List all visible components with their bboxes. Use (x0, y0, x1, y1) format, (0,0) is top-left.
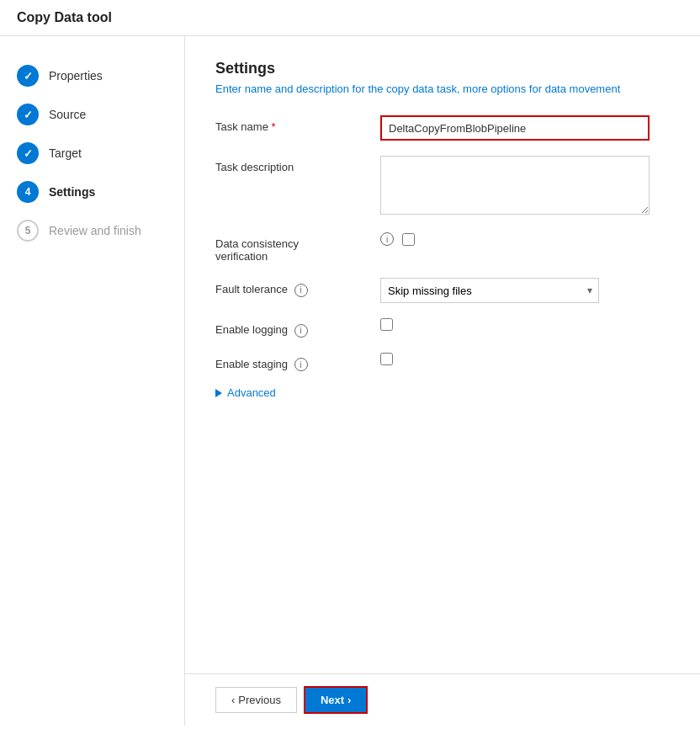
main-layout: ✓ Properties ✓ Source ✓ Target 4 Setting… (0, 36, 700, 726)
task-name-row: Task name * (215, 115, 670, 141)
data-consistency-checkbox[interactable] (402, 233, 415, 246)
previous-icon: ‹ (231, 694, 235, 706)
task-description-control (380, 156, 670, 217)
fault-tolerance-info-icon: i (294, 284, 308, 297)
data-consistency-info-icon: i (380, 232, 394, 246)
previous-label: Previous (238, 694, 281, 706)
next-label: Next (321, 694, 344, 706)
task-name-input[interactable] (380, 115, 650, 141)
step-label-settings: Settings (49, 185, 95, 199)
enable-staging-row: Enable staging i (215, 353, 670, 372)
sidebar-item-source[interactable]: ✓ Source (0, 95, 184, 134)
enable-staging-checkbox[interactable] (380, 353, 393, 365)
fault-tolerance-control: Skip missing files No fault tolerance Sk… (380, 278, 670, 303)
sidebar-item-review[interactable]: 5 Review and finish (0, 211, 184, 250)
section-title: Settings (215, 60, 670, 77)
app-title: Copy Data tool (17, 10, 112, 24)
fault-tolerance-label: Fault tolerance i (215, 278, 367, 297)
data-consistency-row: Data consistencyverification i (215, 232, 670, 263)
sidebar-item-properties[interactable]: ✓ Properties (0, 56, 184, 95)
enable-logging-label: Enable logging i (215, 318, 367, 338)
enable-staging-control (380, 353, 670, 368)
footer: ‹ Previous Next › (185, 673, 700, 726)
data-consistency-control: i (380, 232, 670, 246)
advanced-row[interactable]: Advanced (215, 386, 670, 399)
content-scroll: Settings Enter name and description for … (185, 36, 700, 673)
enable-staging-info-icon: i (294, 358, 308, 371)
enable-staging-label: Enable staging i (215, 353, 367, 372)
enable-logging-row: Enable logging i (215, 318, 670, 338)
sidebar: ✓ Properties ✓ Source ✓ Target 4 Setting… (0, 36, 185, 726)
fault-tolerance-row: Fault tolerance i Skip missing files No … (215, 278, 670, 303)
step-circle-properties: ✓ (17, 65, 39, 87)
step-label-review: Review and finish (49, 224, 141, 237)
step-circle-target: ✓ (17, 142, 39, 164)
enable-logging-control (380, 318, 670, 333)
step-circle-source: ✓ (17, 104, 39, 125)
app-header: Copy Data tool (0, 0, 700, 36)
data-consistency-label: Data consistencyverification (215, 232, 367, 263)
fault-tolerance-select-wrapper: Skip missing files No fault tolerance Sk… (380, 278, 599, 303)
task-description-label: Task description (215, 156, 367, 173)
next-icon: › (347, 694, 351, 706)
advanced-label: Advanced (227, 386, 276, 399)
task-description-textarea[interactable] (380, 156, 650, 215)
task-name-control (380, 115, 670, 141)
task-name-label: Task name * (215, 115, 367, 133)
enable-logging-info-icon: i (294, 324, 308, 338)
advanced-triangle-icon (215, 389, 222, 397)
task-description-row: Task description (215, 156, 670, 217)
sidebar-item-settings[interactable]: 4 Settings (0, 173, 184, 211)
step-label-properties: Properties (49, 69, 103, 82)
sidebar-item-target[interactable]: ✓ Target (0, 134, 184, 173)
step-label-source: Source (49, 108, 86, 121)
next-button[interactable]: Next › (304, 686, 369, 714)
fault-tolerance-select[interactable]: Skip missing files No fault tolerance Sk… (380, 278, 599, 303)
enable-logging-checkbox[interactable] (380, 318, 393, 331)
previous-button[interactable]: ‹ Previous (215, 687, 297, 713)
step-circle-review: 5 (17, 220, 39, 242)
content-area: Settings Enter name and description for … (185, 36, 700, 726)
section-subtitle: Enter name and description for the copy … (215, 82, 670, 95)
step-label-target: Target (49, 146, 82, 160)
step-circle-settings: 4 (17, 181, 39, 203)
